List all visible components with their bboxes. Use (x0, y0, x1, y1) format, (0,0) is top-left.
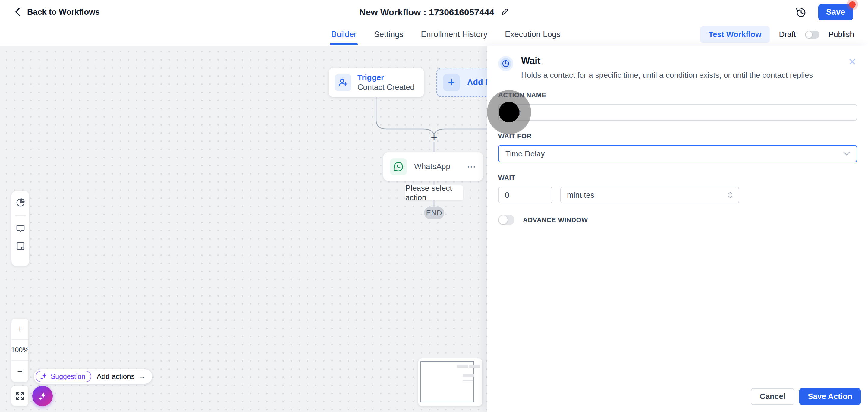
action-name-group: ACTION NAME (498, 91, 857, 121)
workflow-canvas[interactable]: Trigger Contact Created + Add New Trigge… (0, 46, 487, 412)
workflow-builder-app: Back to Workflows New Workflow : 1730616… (0, 0, 868, 412)
suggestion-bar[interactable]: Suggestion Add actions → (34, 369, 152, 384)
history-clock-icon[interactable] (795, 7, 807, 18)
whatsapp-node-label: WhatsApp (414, 162, 460, 171)
draft-label: Draft (779, 30, 796, 39)
wait-unit-select[interactable]: minutes (560, 187, 739, 203)
minimap[interactable] (418, 358, 482, 406)
node-more-menu-icon[interactable]: ⋯ (467, 161, 476, 172)
panel-description: Holds a contact for a specific time, unt… (521, 70, 813, 80)
tab-enrollment-history[interactable]: Enrollment History (421, 24, 488, 44)
tabs: Builder Settings Enrollment History Exec… (331, 24, 561, 44)
sparkles-icon (38, 391, 47, 401)
wait-row: minutes (498, 187, 857, 203)
minimap-node (457, 365, 468, 368)
trigger-node[interactable]: Trigger Contact Created (329, 68, 424, 97)
arrow-right-icon: → (138, 372, 146, 381)
publish-toggle-knob (806, 31, 812, 38)
minimap-node (463, 380, 473, 381)
wait-action-panel: ✕ Wait Holds a contact for a specific ti… (487, 46, 868, 412)
minimap-node (469, 365, 480, 368)
advance-window-knob (499, 216, 507, 224)
zoom-controls: + 100% − (11, 319, 28, 382)
trigger-node-text: Trigger Contact Created (358, 73, 414, 92)
add-contact-icon (335, 74, 351, 91)
publish-toggle[interactable] (805, 31, 819, 39)
suggestion-label: Suggestion (51, 373, 85, 381)
panel-header-text: Wait Holds a contact for a specific time… (521, 56, 813, 80)
chevron-left-icon (13, 7, 22, 18)
unsaved-changes-dot (849, 1, 856, 8)
tab-actions: Test Workflow Draft Publish (700, 24, 854, 44)
sparkles-icon (40, 373, 48, 380)
main-area: Trigger Contact Created + Add New Trigge… (0, 46, 868, 412)
publish-label: Publish (829, 30, 854, 39)
workflow-title-wrap: New Workflow : 1730616057444 (359, 7, 509, 18)
add-new-trigger-button[interactable]: + Add New Trigger (436, 68, 487, 97)
save-button-label: Save (826, 7, 845, 17)
wait-clock-icon (498, 56, 513, 71)
zoom-in-button[interactable]: + (11, 319, 28, 340)
whatsapp-action-node[interactable]: WhatsApp ⋯ (383, 152, 483, 181)
add-new-trigger-label: Add New Trigger (467, 78, 487, 87)
panel-header: Wait Holds a contact for a specific time… (487, 46, 868, 80)
header-actions: Save (795, 4, 853, 21)
cancel-button[interactable]: Cancel (751, 388, 795, 405)
trigger-node-title: Trigger (358, 73, 414, 82)
wait-amount-input[interactable] (498, 187, 553, 203)
panel-footer: Cancel Save Action (487, 381, 868, 412)
chevron-down-icon (843, 152, 850, 156)
trigger-node-subtitle: Contact Created (358, 82, 414, 92)
close-icon[interactable]: ✕ (848, 57, 857, 67)
advance-window-label: ADVANCE WINDOW (523, 216, 588, 224)
save-action-button[interactable]: Save Action (799, 388, 861, 405)
page-title: New Workflow : 1730616057444 (359, 7, 494, 18)
add-actions-label: Add actions (97, 372, 134, 381)
minimap-node (463, 374, 474, 377)
wait-for-value: Time Delay (505, 149, 545, 159)
connector-lines (0, 46, 487, 412)
edit-pencil-icon[interactable] (501, 8, 509, 17)
tab-execution-logs[interactable]: Execution Logs (505, 24, 561, 44)
add-actions-link[interactable]: Add actions → (97, 372, 145, 381)
wait-label: WAIT (498, 174, 857, 182)
back-to-workflows-button[interactable]: Back to Workflows (13, 7, 100, 18)
ai-assistant-button[interactable] (32, 386, 53, 406)
advance-window-row: ADVANCE WINDOW (498, 215, 857, 225)
top-header: Back to Workflows New Workflow : 1730616… (0, 0, 868, 24)
stats-pie-icon[interactable] (16, 198, 25, 208)
advance-window-toggle[interactable] (498, 215, 515, 225)
expand-icon (16, 391, 24, 401)
tab-settings[interactable]: Settings (374, 24, 404, 44)
action-name-label: ACTION NAME (498, 91, 857, 99)
panel-form: ACTION NAME WAIT FOR Time Delay WAIT (487, 80, 868, 225)
panel-title: Wait (521, 56, 813, 66)
toolbar-divider (15, 215, 26, 216)
canvas-side-toolbar (11, 191, 29, 266)
whatsapp-icon (390, 158, 407, 175)
wait-unit-value: minutes (567, 190, 594, 200)
tab-bar: Builder Settings Enrollment History Exec… (0, 24, 868, 45)
tab-builder[interactable]: Builder (331, 24, 356, 44)
action-name-input[interactable] (498, 104, 857, 121)
stepper-icon (728, 192, 733, 198)
suggestion-pill: Suggestion (36, 371, 91, 382)
zoom-out-button[interactable]: − (11, 361, 28, 382)
plus-icon: + (443, 74, 460, 91)
back-label: Back to Workflows (27, 7, 100, 17)
wait-for-label: WAIT FOR (498, 132, 857, 140)
add-step-plus-icon[interactable]: + (431, 131, 437, 144)
comments-icon[interactable] (16, 224, 25, 233)
test-workflow-button[interactable]: Test Workflow (700, 26, 770, 43)
wait-for-select[interactable]: Time Delay (498, 145, 857, 162)
end-node: END (424, 207, 444, 219)
save-button[interactable]: Save (818, 4, 853, 21)
wait-for-group: WAIT FOR Time Delay (498, 132, 857, 162)
notes-icon[interactable] (16, 241, 25, 251)
select-action-tooltip: Please select action (405, 185, 463, 200)
wait-group: WAIT minutes (498, 174, 857, 203)
zoom-level: 100% (11, 340, 28, 361)
fit-view-button[interactable] (11, 386, 28, 406)
